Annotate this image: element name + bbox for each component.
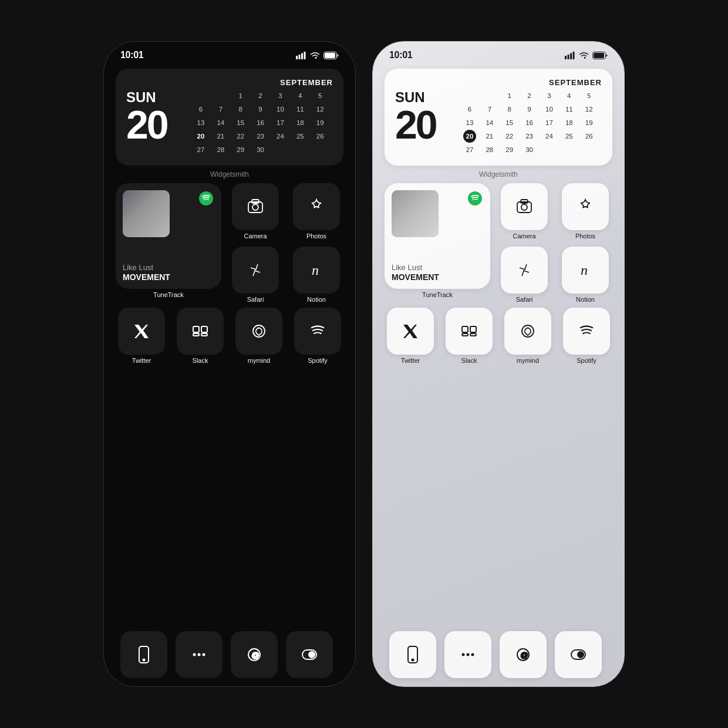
- svg-point-6: [199, 191, 213, 205]
- dock-toggle-dark[interactable]: [286, 631, 333, 678]
- tunetrack-art-dark: [123, 190, 170, 237]
- dock-toggle-light[interactable]: [555, 631, 602, 678]
- svg-rect-2: [301, 53, 303, 59]
- notion-icon-light[interactable]: n: [562, 247, 609, 294]
- apps-row-2-light: Twitter Slack: [385, 308, 612, 364]
- tunetrack-artist-dark: MOVEMENT: [123, 272, 214, 282]
- status-bar-light: 10:01: [373, 42, 624, 63]
- calendar-widget-light[interactable]: SUN 20 SEPTEMBER 12345678910111213141516…: [385, 69, 612, 166]
- camera-icon-light[interactable]: [501, 183, 548, 230]
- cal-cell: 5: [314, 89, 326, 102]
- status-icons-light: [565, 52, 608, 59]
- cal-cell: [542, 143, 555, 156]
- cal-cell: 7: [483, 103, 496, 116]
- status-time-light: 10:01: [389, 50, 412, 60]
- cal-cell: [294, 143, 306, 156]
- cal-left-dark: SUN 20: [126, 78, 185, 156]
- cal-cell: [194, 89, 207, 102]
- cal-month-dark: SEPTEMBER: [194, 78, 333, 87]
- dock-mail-dark[interactable]: @: [231, 631, 278, 678]
- dock-more-dark[interactable]: [176, 631, 223, 678]
- tunetrack-wrapper-light: Like Lust MOVEMENT TuneTrack: [385, 183, 490, 303]
- safari-icon-light[interactable]: [501, 247, 548, 294]
- mymind-icon-dark[interactable]: [235, 308, 282, 355]
- cal-cell: 24: [542, 130, 555, 143]
- cal-cell: 12: [314, 103, 326, 116]
- photos-icon-light[interactable]: [562, 183, 609, 230]
- svg-rect-38: [462, 326, 468, 332]
- cal-cell: 13: [463, 116, 476, 129]
- cal-cell: 21: [214, 130, 227, 143]
- cal-cell: 23: [523, 130, 536, 143]
- cal-cell: [274, 143, 287, 156]
- cal-cell: 23: [254, 130, 267, 143]
- svg-rect-28: [570, 53, 572, 59]
- dock-more-light[interactable]: [444, 631, 491, 678]
- dock-phone-dark[interactable]: [120, 631, 167, 678]
- tunetrack-widget-dark[interactable]: Like Lust MOVEMENT: [116, 183, 221, 289]
- cal-cell: 3: [274, 89, 287, 102]
- mymind-icon-light[interactable]: [504, 308, 551, 355]
- twitter-label-light: Twitter: [401, 357, 420, 364]
- photos-wrapper-dark: Photos: [289, 183, 343, 240]
- camera-label-light: Camera: [513, 232, 535, 240]
- svg-point-35: [521, 204, 527, 210]
- cal-cell: [562, 143, 575, 156]
- cal-cell: 1: [234, 89, 247, 102]
- mymind-wrapper-dark: mymind: [233, 308, 285, 364]
- photos-label-light: Photos: [575, 232, 595, 240]
- cal-cell: 26: [314, 130, 326, 143]
- calendar-widget-dark[interactable]: SUN 20 SEPTEMBER 12345678910111213141516…: [116, 69, 343, 166]
- svg-point-44: [412, 659, 414, 661]
- svg-rect-14: [193, 333, 199, 336]
- cal-cell: 10: [542, 103, 555, 116]
- cal-cell: 30: [254, 143, 267, 156]
- slack-label-dark: Slack: [193, 357, 208, 364]
- svg-line-36: [523, 265, 526, 275]
- twitter-icon-dark[interactable]: [118, 308, 165, 355]
- svg-point-47: [471, 653, 474, 656]
- twitter-wrapper-dark: Twitter: [116, 308, 167, 364]
- dock-phone-light[interactable]: [389, 631, 436, 678]
- cal-grid-light: 1234567891011121314151617181920212223242…: [463, 89, 602, 156]
- cal-cell: 28: [483, 143, 496, 156]
- camera-icon-dark[interactable]: [232, 183, 279, 230]
- twitter-icon-light[interactable]: [387, 308, 434, 355]
- notion-wrapper-dark: n Notion: [289, 247, 343, 303]
- cal-cell: 7: [214, 103, 227, 116]
- cal-cell: 27: [194, 143, 207, 156]
- mymind-label-light: mymind: [517, 357, 540, 364]
- spotify-icon-dark[interactable]: [294, 308, 341, 355]
- tunetrack-label-dark: TuneTrack: [153, 291, 184, 298]
- spotify-icon-light[interactable]: [563, 308, 610, 355]
- spotify-label-light: Spotify: [577, 357, 596, 364]
- cal-cell: 22: [234, 130, 247, 143]
- photos-icon-dark[interactable]: [293, 183, 340, 230]
- spotify-label-dark: Spotify: [308, 357, 328, 364]
- safari-wrapper-dark: Safari: [228, 247, 282, 303]
- cal-month-light: SEPTEMBER: [463, 78, 602, 87]
- notion-label-dark: Notion: [307, 296, 326, 303]
- cal-cell: 9: [523, 103, 536, 116]
- status-icons-dark: [296, 52, 339, 59]
- cal-right-light: SEPTEMBER 123456789101112131415161718192…: [463, 78, 602, 156]
- slack-icon-light[interactable]: [446, 308, 493, 355]
- svg-rect-12: [193, 326, 199, 332]
- tunetrack-widget-light[interactable]: Like Lust MOVEMENT: [385, 183, 490, 289]
- cal-cell: 6: [194, 103, 207, 116]
- notion-icon-dark[interactable]: n: [293, 247, 340, 294]
- camera-label-dark: Camera: [244, 232, 267, 240]
- dark-phone-content: SUN 20 SEPTEMBER 12345678910111213141516…: [104, 63, 355, 623]
- safari-icon-dark[interactable]: [232, 247, 279, 294]
- svg-rect-8: [252, 200, 259, 203]
- dock-mail-light[interactable]: @: [500, 631, 547, 678]
- wifi-icon-dark: [310, 52, 320, 59]
- cal-cell: 1: [503, 89, 516, 102]
- cal-cell: 20: [194, 130, 207, 143]
- battery-icon-dark: [323, 52, 339, 59]
- photos-wrapper-light: Photos: [558, 183, 612, 240]
- status-bar-dark: 10:01: [104, 42, 355, 63]
- cal-cell: 22: [503, 130, 516, 143]
- tunetrack-wrapper-dark: Like Lust MOVEMENT TuneTrack: [116, 183, 221, 303]
- slack-icon-dark[interactable]: [177, 308, 224, 355]
